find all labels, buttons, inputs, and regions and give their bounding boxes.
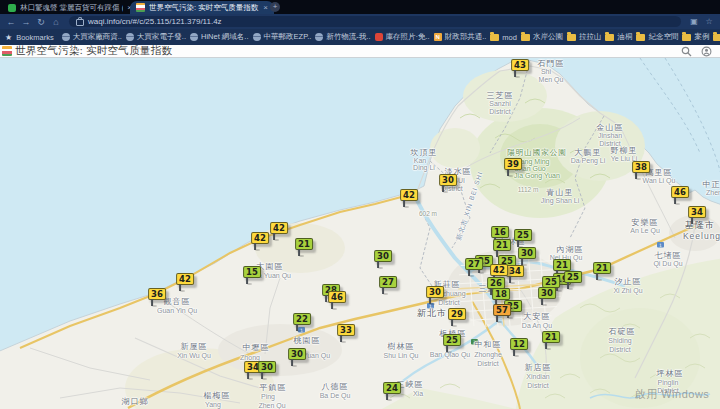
bookmarks-bar: ★ Bookmarks 大買家廠商資..大買家電子發..HiNet 網域名..中… <box>0 29 720 45</box>
forward-icon[interactable]: → <box>20 17 32 27</box>
air-quality-map[interactable]: 1 1 1 3 石門區ShiMen Qu三芝區SanzhiDistrict金山區… <box>0 58 720 409</box>
aqi-marker[interactable]: 33 <box>337 324 355 336</box>
bookmark-item[interactable]: mod <box>490 33 517 42</box>
favicon-icon <box>190 33 198 41</box>
aqi-marker[interactable]: 22 <box>293 313 311 325</box>
aqi-marker[interactable]: 30 <box>426 286 444 298</box>
bookmark-item[interactable]: 北門 <box>713 32 720 42</box>
aqi-marker[interactable]: 27 <box>379 276 397 288</box>
map-label: 中和區 <box>475 339 502 350</box>
aqi-marker[interactable]: 30 <box>518 247 536 259</box>
extension-icon[interactable]: ▣ <box>688 17 700 26</box>
map-label: Sanzhi <box>489 100 510 107</box>
search-icon[interactable] <box>681 46 692 57</box>
aqi-marker[interactable]: 30 <box>258 361 276 373</box>
aqi-marker[interactable]: 25 <box>564 271 582 283</box>
bookmark-item[interactable]: 油桐 <box>605 32 632 42</box>
map-label: 602 m <box>419 210 437 217</box>
map-label: Keelung <box>683 231 720 241</box>
bookmark-item[interactable]: 案例 <box>682 32 709 42</box>
map-label: 大安區 <box>524 311 551 322</box>
aqi-marker[interactable]: 16 <box>491 226 509 238</box>
map-label: 中壢區 <box>243 342 270 353</box>
new-tab-button[interactable]: + <box>270 2 280 12</box>
aqi-marker[interactable]: 34 <box>688 206 706 218</box>
bookmark-item[interactable]: HiNet 網域名.. <box>190 32 249 42</box>
aqi-marker[interactable]: 25 <box>443 334 461 346</box>
favicon-icon <box>126 33 134 41</box>
aqi-marker[interactable]: 12 <box>510 338 528 350</box>
location-user-icon[interactable] <box>701 46 712 57</box>
aqi-marker[interactable]: 30 <box>538 287 556 299</box>
bookmark-star-icon[interactable]: ☆ <box>703 17 715 26</box>
map-label: Shu Lin Qu <box>383 352 418 359</box>
aqi-marker[interactable]: 43 <box>511 59 529 71</box>
favicon-icon <box>62 33 70 41</box>
bookmark-label: 案例 <box>694 32 709 42</box>
aqi-marker[interactable]: 24 <box>383 382 401 394</box>
map-label: 1112 m <box>518 186 539 193</box>
aqi-marker[interactable]: 15 <box>243 266 261 278</box>
aqi-marker[interactable]: 27 <box>465 258 483 270</box>
aqi-marker[interactable]: 42 <box>270 222 288 234</box>
aqi-marker[interactable]: 30 <box>288 348 306 360</box>
map-label: Ding Li <box>413 164 435 171</box>
tab-2[interactable]: 世界空气污染: 实时空气质量指数 × <box>130 1 274 14</box>
map-label: Zhonghe <box>474 351 502 358</box>
aqi-marker[interactable]: 34 <box>506 265 524 277</box>
aqi-marker[interactable]: 39 <box>504 158 522 170</box>
map-label: Jinshan <box>598 132 622 139</box>
aqi-marker[interactable]: 42 <box>251 232 269 244</box>
bookmarks-label: Bookmarks <box>16 33 54 42</box>
url-text[interactable]: waqi.info/cn/#/c/25.115/121.379/11.4z <box>88 17 222 26</box>
aqi-marker[interactable]: 21 <box>553 259 571 271</box>
reload-icon[interactable]: ↻ <box>35 17 47 27</box>
folder-icon <box>682 34 691 41</box>
aqi-marker[interactable]: 30 <box>374 250 392 262</box>
aqi-marker[interactable]: 46 <box>671 186 689 198</box>
bookmark-item[interactable]: 新竹物流-我.. <box>315 32 370 42</box>
bookmark-item[interactable]: 中華郵政EZP.. <box>253 32 312 42</box>
favicon-icon <box>253 33 261 41</box>
bookmark-item[interactable]: N財政部共通.. <box>434 32 487 42</box>
map-label: 平鎮區 <box>260 382 287 393</box>
map-label: An Le Qu <box>630 227 660 234</box>
tab-2-title: 世界空气污染: 实时空气质量指数 <box>149 3 259 13</box>
map-label: Da Peng Li <box>571 157 606 164</box>
bookmark-label: 大買家電子發.. <box>137 32 186 42</box>
folder-icon <box>567 34 576 41</box>
tab-2-close-icon[interactable]: × <box>263 3 268 12</box>
aqi-marker[interactable]: 57 <box>493 304 511 316</box>
tab-1[interactable]: 林口驚魂聲 堂麗百貨可有踩傷 (... × <box>2 1 138 14</box>
aqi-marker[interactable]: 21 <box>542 331 560 343</box>
map-label: Kan <box>414 157 426 164</box>
aqi-marker[interactable]: 25 <box>514 229 532 241</box>
map-label: Wan Li Qu <box>643 177 676 184</box>
aqi-marker[interactable]: 30 <box>439 174 457 186</box>
map-label: District <box>527 382 548 389</box>
aqi-marker[interactable]: 42 <box>400 189 418 201</box>
bookmark-item[interactable]: 庫存照片·免.. <box>375 32 430 42</box>
bookmark-item[interactable]: 大買家廠商資.. <box>62 32 122 42</box>
aqi-marker[interactable]: 38 <box>632 161 650 173</box>
aqi-marker[interactable]: 21 <box>493 239 511 251</box>
aqi-marker[interactable]: 18 <box>492 288 510 300</box>
aqi-marker[interactable]: 42 <box>490 264 508 276</box>
home-icon[interactable]: ⌂ <box>50 17 62 27</box>
aqi-marker[interactable]: 46 <box>328 291 346 303</box>
bookmark-item[interactable]: 水岸公園 <box>521 32 563 42</box>
aqi-marker[interactable]: 29 <box>448 308 466 320</box>
map-label: 新店區 <box>525 362 552 373</box>
bookmark-item[interactable]: 大買家電子發.. <box>126 32 186 42</box>
back-icon[interactable]: ← <box>5 17 17 27</box>
aqi-marker[interactable]: 21 <box>593 262 611 274</box>
aqi-marker[interactable]: 36 <box>148 288 166 300</box>
aqi-marker[interactable]: 21 <box>295 238 313 250</box>
bookmark-item[interactable]: 拉拉山 <box>567 32 602 42</box>
aqi-marker[interactable]: 42 <box>176 273 194 285</box>
bookmark-item[interactable]: 紀念空間 <box>636 32 678 42</box>
address-bar[interactable]: waqi.info/cn/#/c/25.115/121.379/11.4z <box>69 16 681 27</box>
map-label: Ba De Qu <box>320 392 351 399</box>
map-label: Guan Yin Qu <box>157 307 197 314</box>
bookmark-label: 水岸公園 <box>533 32 563 42</box>
